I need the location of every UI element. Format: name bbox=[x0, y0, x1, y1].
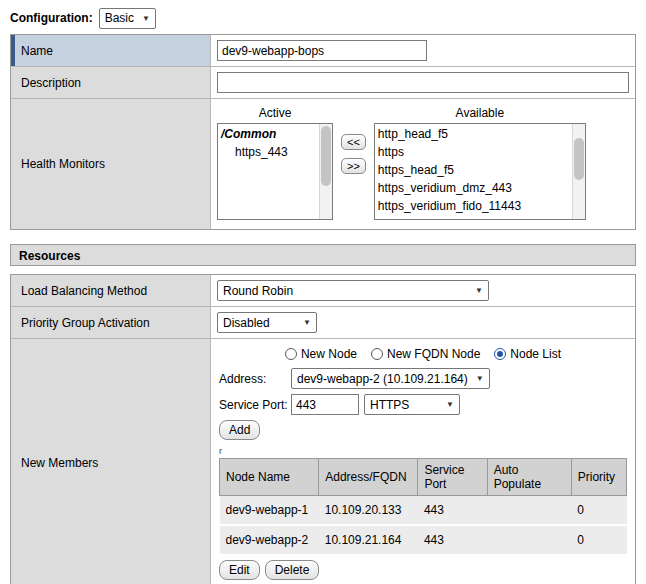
load-balancing-label-cell: Load Balancing Method bbox=[11, 275, 211, 306]
delete-button[interactable]: Delete bbox=[265, 560, 320, 580]
service-name-select-value: HTTPS bbox=[370, 398, 409, 412]
address-select-value: dev9-webapp-2 (10.109.21.164) bbox=[297, 372, 468, 386]
health-monitors-label: Health Monitors bbox=[21, 157, 105, 171]
radio-icon[interactable] bbox=[371, 348, 383, 360]
active-partition-group: /Common bbox=[221, 125, 316, 143]
table-row[interactable]: dev9-webapp-1 10.109.20.133 443 0 bbox=[220, 496, 627, 526]
available-list-scroll-thumb[interactable] bbox=[574, 138, 584, 180]
cell-priority: 0 bbox=[571, 496, 626, 526]
load-balancing-row: Load Balancing Method Round Robin ▼ bbox=[11, 275, 635, 307]
members-table: Node Name Address/FQDN Service Port Auto… bbox=[219, 458, 627, 556]
available-monitor-item[interactable]: https bbox=[378, 143, 569, 161]
new-members-label-cell: New Members bbox=[11, 339, 211, 584]
chevron-down-icon: ▼ bbox=[476, 374, 484, 383]
column-header-address-fqdn[interactable]: Address/FQDN bbox=[319, 459, 418, 496]
health-monitors-label-cell: Health Monitors bbox=[11, 99, 211, 229]
monitor-move-buttons: << >> bbox=[341, 134, 366, 174]
load-balancing-select[interactable]: Round Robin ▼ bbox=[217, 280, 489, 301]
active-list-scrollbar[interactable] bbox=[319, 124, 332, 219]
column-header-priority[interactable]: Priority bbox=[571, 459, 626, 496]
priority-group-select[interactable]: Disabled ▼ bbox=[217, 312, 317, 333]
priority-group-label-cell: Priority Group Activation bbox=[11, 307, 211, 338]
description-label: Description bbox=[21, 76, 81, 90]
address-label: Address: bbox=[219, 372, 291, 386]
cell-node-name: dev9-webapp-2 bbox=[220, 525, 319, 555]
available-monitors-column: Available http_head_f5 https https_head_… bbox=[374, 106, 586, 220]
priority-group-select-value: Disabled bbox=[223, 316, 270, 330]
cell-priority: 0 bbox=[571, 525, 626, 555]
new-members-label: New Members bbox=[21, 456, 98, 470]
cell-service-port: 443 bbox=[418, 525, 487, 555]
resources-title: Resources bbox=[19, 249, 80, 263]
add-button-row: Add bbox=[219, 420, 627, 440]
radio-node-list[interactable]: Node List bbox=[494, 347, 561, 361]
service-name-select[interactable]: HTTPS ▼ bbox=[364, 394, 460, 415]
available-list-scrollbar[interactable] bbox=[572, 124, 585, 219]
radio-new-fqdn-node-label: New FQDN Node bbox=[387, 347, 480, 361]
active-monitor-item[interactable]: https_443 bbox=[221, 143, 316, 161]
address-form-row: Address: dev9-webapp-2 (10.109.21.164) ▼ bbox=[219, 368, 627, 389]
load-balancing-select-value: Round Robin bbox=[223, 284, 293, 298]
resources-table: Load Balancing Method Round Robin ▼ Prio… bbox=[10, 274, 636, 584]
available-monitor-item[interactable]: https_head_f5 bbox=[378, 161, 569, 179]
radio-node-list-label: Node List bbox=[510, 347, 561, 361]
available-monitor-item[interactable]: http_head_f5 bbox=[378, 125, 569, 143]
active-title: Active bbox=[217, 106, 333, 123]
available-monitor-item[interactable]: https_veridium_dmz_443 bbox=[378, 179, 569, 197]
chevron-down-icon: ▼ bbox=[475, 286, 483, 295]
general-properties-table: Name Description Health Monitors Active bbox=[10, 34, 636, 230]
configuration-select[interactable]: Basic ▼ bbox=[99, 8, 156, 29]
service-port-input[interactable] bbox=[291, 394, 359, 415]
available-monitors-listbox[interactable]: http_head_f5 https https_head_f5 https_v… bbox=[374, 123, 586, 220]
chevron-down-icon: ▼ bbox=[446, 400, 454, 409]
active-list-scroll-thumb[interactable] bbox=[321, 126, 331, 186]
new-members-value-cell: New Node New FQDN Node Node List Address… bbox=[211, 339, 635, 584]
health-monitors-row: Health Monitors Active /Common https_443 bbox=[11, 99, 635, 229]
new-members-row: New Members New Node New FQDN Node Node … bbox=[11, 339, 635, 584]
radio-new-node-label: New Node bbox=[301, 347, 357, 361]
edit-delete-button-row: Edit Delete bbox=[219, 560, 627, 580]
name-label: Name bbox=[21, 44, 53, 58]
move-to-available-button[interactable]: >> bbox=[341, 158, 366, 174]
cell-auto-populate bbox=[487, 496, 571, 526]
pool-configuration-page: Configuration: Basic ▼ Name Description bbox=[0, 0, 646, 584]
name-row: Name bbox=[11, 35, 635, 67]
load-balancing-label: Load Balancing Method bbox=[21, 284, 147, 298]
column-header-service-port[interactable]: Service Port bbox=[418, 459, 487, 496]
description-label-cell: Description bbox=[11, 67, 211, 98]
cell-address-fqdn: 10.109.21.164 bbox=[319, 525, 418, 555]
configuration-select-value: Basic bbox=[105, 11, 134, 25]
radio-icon[interactable] bbox=[285, 348, 297, 360]
members-table-header-row: Node Name Address/FQDN Service Port Auto… bbox=[220, 459, 627, 496]
address-select[interactable]: dev9-webapp-2 (10.109.21.164) ▼ bbox=[291, 368, 490, 389]
radio-new-node[interactable]: New Node bbox=[285, 347, 357, 361]
resources-section-header: Resources bbox=[10, 244, 636, 266]
radio-new-fqdn-node[interactable]: New FQDN Node bbox=[371, 347, 480, 361]
move-to-active-button[interactable]: << bbox=[341, 134, 366, 150]
available-monitor-item[interactable]: https_veridium_idp_8944 bbox=[378, 215, 569, 220]
table-row[interactable]: dev9-webapp-2 10.109.21.164 443 0 bbox=[220, 525, 627, 555]
radio-icon[interactable] bbox=[494, 348, 506, 360]
column-header-node-name[interactable]: Node Name bbox=[220, 459, 319, 496]
description-input[interactable] bbox=[217, 72, 629, 93]
active-monitors-listbox[interactable]: /Common https_443 bbox=[217, 123, 333, 220]
active-monitors-column: Active /Common https_443 bbox=[217, 106, 333, 220]
available-title: Available bbox=[374, 106, 586, 123]
members-table-note: r bbox=[219, 446, 627, 456]
name-label-cell: Name bbox=[11, 35, 211, 66]
chevron-down-icon: ▼ bbox=[303, 318, 311, 327]
load-balancing-value-cell: Round Robin ▼ bbox=[211, 275, 635, 306]
cell-node-name: dev9-webapp-1 bbox=[220, 496, 319, 526]
add-button[interactable]: Add bbox=[219, 420, 260, 440]
member-type-radio-group: New Node New FQDN Node Node List bbox=[219, 345, 627, 363]
configuration-label: Configuration: bbox=[10, 11, 93, 25]
available-monitor-item[interactable]: https_veridium_fido_11443 bbox=[378, 197, 569, 215]
column-header-auto-populate[interactable]: Auto Populate bbox=[487, 459, 571, 496]
edit-button[interactable]: Edit bbox=[219, 560, 260, 580]
priority-group-label: Priority Group Activation bbox=[21, 316, 150, 330]
name-input[interactable] bbox=[217, 40, 427, 61]
chevron-down-icon: ▼ bbox=[142, 14, 150, 23]
configuration-bar: Configuration: Basic ▼ bbox=[10, 6, 636, 30]
cell-auto-populate bbox=[487, 525, 571, 555]
health-monitors-value-cell: Active /Common https_443 << bbox=[211, 99, 635, 229]
